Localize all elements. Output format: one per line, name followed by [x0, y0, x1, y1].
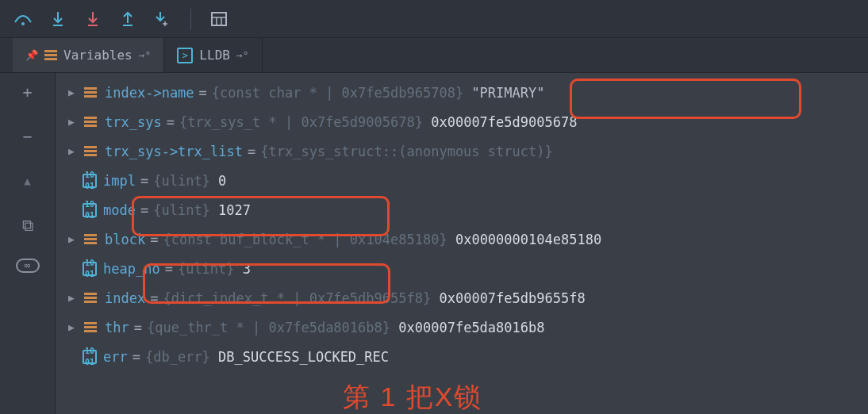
struct-icon: [83, 320, 98, 335]
var-type: {db_err}: [145, 349, 210, 365]
expand-icon[interactable]: ▶: [63, 116, 79, 128]
copy-icon[interactable]: ⧉: [17, 214, 39, 236]
var-value: 3: [235, 261, 252, 277]
variable-row[interactable]: ▶ 1001 err = {db_err} DB_SUCCESS_LOCKED_…: [56, 342, 868, 371]
var-type: {trx_sys_t * | 0x7fe5d9005678}: [179, 114, 423, 130]
equals: =: [165, 261, 173, 277]
expand-icon[interactable]: ▶: [63, 292, 79, 304]
debug-toolbar: [0, 0, 868, 38]
variable-row[interactable]: ▶ 1001 mode = {ulint} 1027: [56, 195, 868, 224]
var-value: "PRIMARY": [463, 85, 544, 101]
svg-rect-2: [88, 25, 98, 26]
debug-tabbar: 📌 Variables →° > LLDB →°: [0, 38, 868, 73]
var-type: {que_thr_t * | 0x7fe5da8016b8}: [147, 320, 390, 335]
var-type: {ulint}: [178, 261, 235, 277]
tab-variables[interactable]: 📌 Variables →°: [13, 38, 164, 72]
struct-icon: [83, 291, 98, 305]
tab-lldb[interactable]: > LLDB →°: [164, 38, 262, 72]
primitive-icon: 1001: [83, 350, 97, 364]
var-type: {ulint}: [153, 202, 210, 218]
force-step-into-icon[interactable]: [83, 9, 103, 29]
tab-suffix-icon: →°: [236, 49, 249, 61]
equals: =: [140, 173, 148, 189]
equals: =: [133, 349, 140, 365]
toolbar-divider: [190, 9, 191, 29]
struct-icon: [83, 86, 98, 100]
struct-icon: [83, 144, 98, 159]
var-name: mode: [103, 202, 136, 218]
run-to-cursor-icon[interactable]: [152, 9, 173, 29]
terminal-icon: >: [177, 48, 193, 63]
move-up-button[interactable]: ▲: [17, 170, 39, 192]
svg-rect-1: [53, 25, 63, 26]
step-into-icon[interactable]: [48, 9, 68, 29]
var-type: {dict_index_t * | 0x7fe5db9655f8}: [163, 290, 431, 306]
equals: =: [199, 85, 207, 101]
add-watch-button[interactable]: +: [17, 81, 39, 103]
var-name: block: [105, 232, 145, 247]
variable-row[interactable]: ▶ trx_sys = {trx_sys_t * | 0x7fe5d900567…: [56, 107, 868, 136]
expand-icon[interactable]: ▶: [63, 233, 79, 245]
struct-icon: [44, 50, 57, 60]
var-name: index->name: [105, 85, 194, 101]
variable-row[interactable]: ▶ trx_sys->trx_list = {trx_sys_struct::(…: [56, 136, 868, 166]
equals: =: [248, 144, 255, 159]
equals: =: [134, 320, 142, 335]
var-name: err: [103, 349, 128, 365]
primitive-icon: 1001: [83, 203, 97, 217]
var-value: 1027: [210, 202, 251, 218]
struct-icon: [83, 115, 98, 129]
svg-point-0: [21, 22, 25, 25]
var-name: heap_no: [103, 261, 160, 277]
struct-icon: [83, 232, 98, 247]
var-type: {const char * | 0x7fe5db965708}: [212, 85, 463, 101]
var-value: 0x00007fe5da8016b8: [390, 320, 544, 335]
step-out-icon[interactable]: [117, 9, 138, 29]
evaluate-expression-icon[interactable]: [209, 9, 229, 29]
variables-gutter: + − ▲ ⧉ ∞: [0, 73, 56, 414]
equals: =: [167, 114, 175, 130]
variable-row[interactable]: ▶ 1001 heap_no = {ulint} 3: [56, 254, 868, 283]
var-name: index: [105, 290, 145, 306]
var-value: 0: [210, 173, 227, 189]
var-type: {trx_sys_struct::(anonymous struct)}: [260, 144, 552, 159]
var-name: thr: [105, 320, 129, 335]
variables-tree[interactable]: ▶ index->name = {const char * | 0x7fe5db…: [56, 73, 868, 414]
svg-rect-3: [123, 25, 133, 26]
tab-label: Variables: [63, 48, 133, 63]
glasses-icon[interactable]: ∞: [16, 259, 40, 273]
variable-row[interactable]: ▶ block = {const buf_block_t * | 0x104e8…: [56, 224, 868, 254]
equals: =: [150, 290, 158, 306]
pin-icon: 📌: [25, 49, 38, 61]
tab-suffix-icon: →°: [139, 49, 152, 61]
expand-icon[interactable]: ▶: [63, 86, 79, 98]
step-over-icon[interactable]: [13, 9, 33, 29]
var-name: trx_sys: [105, 114, 162, 130]
var-name: trx_sys->trx_list: [105, 144, 243, 159]
svg-rect-4: [212, 13, 226, 25]
remove-watch-button[interactable]: −: [17, 125, 39, 148]
annotation-caption: 第 1 把X锁: [343, 379, 482, 414]
var-value: 0x0000000104e85180: [447, 232, 601, 247]
equals: =: [140, 202, 148, 218]
variables-panel: + − ▲ ⧉ ∞ ▶ index->name = {const char * …: [0, 73, 868, 414]
expand-icon[interactable]: ▶: [63, 321, 79, 333]
var-value: 0x00007fe5d9005678: [423, 114, 577, 130]
primitive-icon: 1001: [83, 174, 97, 188]
var-type: {ulint}: [153, 173, 210, 189]
variable-row[interactable]: ▶ index->name = {const char * | 0x7fe5db…: [56, 78, 868, 107]
expand-icon[interactable]: ▶: [63, 145, 79, 157]
tab-label: LLDB: [199, 48, 230, 63]
variable-row[interactable]: ▶ thr = {que_thr_t * | 0x7fe5da8016b8} 0…: [56, 312, 868, 342]
variable-row[interactable]: ▶ 1001 impl = {ulint} 0: [56, 166, 868, 195]
var-name: impl: [103, 173, 136, 189]
variable-row[interactable]: ▶ index = {dict_index_t * | 0x7fe5db9655…: [56, 283, 868, 312]
var-value: 0x00007fe5db9655f8: [431, 290, 585, 306]
primitive-icon: 1001: [83, 262, 97, 276]
var-value: DB_SUCCESS_LOCKED_REC: [210, 349, 389, 365]
equals: =: [150, 232, 158, 247]
var-type: {const buf_block_t * | 0x104e85180}: [163, 232, 447, 247]
